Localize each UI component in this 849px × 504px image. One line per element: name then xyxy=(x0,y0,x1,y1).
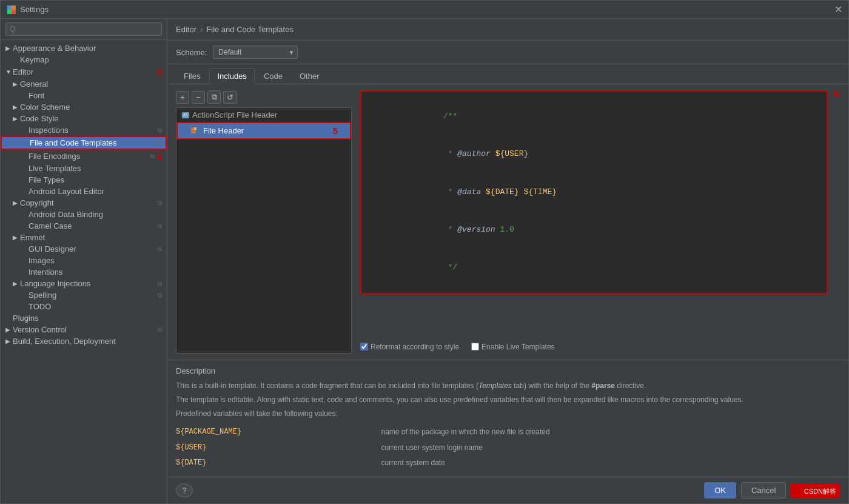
breadcrumb-current: File and Code Templates xyxy=(206,25,294,34)
tab-code[interactable]: Code xyxy=(256,68,290,84)
template-item-file-header[interactable]: File Header 5 xyxy=(176,122,351,139)
var-desc: current system date xyxy=(381,455,840,471)
sidebar-item-copyright[interactable]: ▶ Copyright ⧉ xyxy=(1,197,167,209)
sidebar-item-file-encodings[interactable]: File Encodings ⧉ 4 xyxy=(1,150,167,163)
num4-label: 4 xyxy=(157,151,162,161)
sidebar-item-label: Plugins xyxy=(13,314,162,323)
reset-template-button[interactable]: ↺ xyxy=(223,91,237,104)
window-title: Settings xyxy=(20,5,834,14)
sidebar-item-spelling[interactable]: Spelling ⧉ xyxy=(1,289,167,301)
ok-button[interactable]: OK xyxy=(704,482,736,499)
tab-files[interactable]: Files xyxy=(176,68,208,84)
table-row: ${PACKAGE_NAME} name of the package in w… xyxy=(176,425,840,440)
copy-icon: ⧉ xyxy=(158,246,162,253)
svg-text:AS: AS xyxy=(183,113,188,118)
sidebar-item-label: Copyright xyxy=(20,198,155,207)
sidebar-item-label: File Encodings xyxy=(29,152,148,161)
sidebar-item-live-templates[interactable]: Live Templates xyxy=(1,163,167,174)
scheme-select[interactable]: Default Project xyxy=(213,45,298,59)
num7-label: 7 xyxy=(794,485,799,496)
copy-template-button[interactable]: ⧉ xyxy=(207,90,221,104)
sidebar-item-color-scheme[interactable]: ▶ Color Scheme xyxy=(1,101,167,113)
title-bar: Settings ✕ xyxy=(1,1,848,19)
add-template-button[interactable]: + xyxy=(176,91,189,104)
sidebar-item-label: File and Code Templates xyxy=(30,138,154,147)
code-editor[interactable]: /** * @author ${USER} * @data ${DATE} ${… xyxy=(360,90,828,294)
table-row: ${USER} current user system login name xyxy=(176,440,840,455)
sidebar-item-camel-case[interactable]: Camel Case ⧉ xyxy=(1,220,167,232)
sidebar-item-file-types[interactable]: File Types xyxy=(1,174,167,186)
sidebar-item-plugins[interactable]: Plugins xyxy=(1,312,167,324)
description-text: This is a built-in template. It contains… xyxy=(176,380,840,471)
sidebar-item-intentions[interactable]: Intentions xyxy=(1,266,167,278)
sidebar-tree: ▶ Appearance & Behavior Keymap ▼ Editor … xyxy=(1,40,167,503)
expand-arrow: ▶ xyxy=(5,45,13,52)
reformat-checkbox[interactable] xyxy=(360,343,368,351)
expand-arrow: ▶ xyxy=(13,234,20,241)
sidebar-item-label: TODO xyxy=(29,302,162,311)
num5-label: 5 xyxy=(333,126,338,136)
table-row: ${DATE} current system date xyxy=(176,455,840,471)
breadcrumb-separator: › xyxy=(200,25,203,34)
reformat-checkbox-label[interactable]: Reformat according to style xyxy=(360,343,459,351)
cancel-button[interactable]: Cancel xyxy=(741,482,786,499)
sidebar-item-label: Keymap xyxy=(20,55,162,64)
scheme-label: Scheme: xyxy=(176,48,207,57)
scheme-select-wrapper: Default Project ▼ xyxy=(213,45,298,59)
sidebar-item-label: File Types xyxy=(29,175,162,184)
sidebar-item-todo[interactable]: TODO xyxy=(1,301,167,312)
sidebar-item-language-injections[interactable]: ▶ Language Injections ⧉ xyxy=(1,278,167,289)
copy-icon: ⧉ xyxy=(156,139,161,147)
sidebar-item-label: Images xyxy=(29,256,162,265)
help-button[interactable]: ? xyxy=(176,483,193,497)
expand-arrow: ▶ xyxy=(5,338,13,344)
sidebar-item-font[interactable]: Font xyxy=(1,90,167,101)
editor-area: /** * @author ${USER} * @data ${DATE} ${… xyxy=(360,90,840,354)
sidebar-item-label: Live Templates xyxy=(29,164,162,173)
sidebar-item-label: Version Control xyxy=(13,325,155,334)
tab-includes[interactable]: Includes xyxy=(209,68,254,84)
template-group-actionscript[interactable]: AS ActionScript File Header xyxy=(176,108,351,122)
expand-arrow: ▶ xyxy=(13,104,20,110)
code-line: * @data ${DATE} ${TIME} xyxy=(367,173,820,211)
description-title: Description xyxy=(176,366,840,375)
sidebar-item-label: Inspections xyxy=(29,126,155,135)
template-item-label: File Header xyxy=(203,126,327,135)
sidebar-item-label: Appearance & Behavior xyxy=(13,44,162,53)
sidebar-item-code-style[interactable]: ▶ Code Style xyxy=(1,113,167,124)
live-templates-checkbox-label[interactable]: Enable Live Templates xyxy=(471,343,555,351)
remove-template-button[interactable]: − xyxy=(192,91,205,104)
sidebar-item-android-layout[interactable]: Android Layout Editor xyxy=(1,186,167,197)
tab-other[interactable]: Other xyxy=(292,68,327,84)
sidebar-item-editor[interactable]: ▼ Editor 3 xyxy=(1,66,167,78)
template-group-label: ActionScript File Header xyxy=(192,110,346,119)
csdn-badge: 7 CSDN解答 xyxy=(791,483,840,498)
sidebar-item-label: Android Data Binding xyxy=(29,210,162,219)
sidebar-item-label: Language Injections xyxy=(20,279,155,288)
sidebar-item-version-control[interactable]: ▶ Version Control ⧉ xyxy=(1,324,167,335)
group-icon: AS xyxy=(181,110,190,119)
sidebar-item-file-code-templates[interactable]: File and Code Templates ⧉ xyxy=(1,136,167,150)
search-input[interactable] xyxy=(5,22,162,36)
var-desc: name of the package in which the new fil… xyxy=(381,425,840,440)
svg-rect-3 xyxy=(12,10,16,14)
sidebar-item-gui-designer[interactable]: GUI Designer ⧉ xyxy=(1,243,167,255)
app-icon xyxy=(7,5,16,15)
close-button[interactable]: ✕ xyxy=(834,4,842,15)
sidebar-item-emmet[interactable]: ▶ Emmet xyxy=(1,232,167,243)
sidebar-item-keymap[interactable]: Keymap xyxy=(1,54,167,66)
sidebar-item-build[interactable]: ▶ Build, Execution, Deployment xyxy=(1,335,167,347)
num6-label: 6 xyxy=(834,90,840,100)
sidebar-item-android-data-binding[interactable]: Android Data Binding xyxy=(1,209,167,220)
num3-label: 3 xyxy=(157,67,162,77)
right-panel: Editor › File and Code Templates Scheme:… xyxy=(167,19,848,503)
sidebar-item-inspections[interactable]: Inspections ⧉ xyxy=(1,124,167,136)
sidebar-item-general[interactable]: ▶ General xyxy=(1,78,167,90)
sidebar-item-images[interactable]: Images xyxy=(1,255,167,266)
breadcrumb: Editor › File and Code Templates xyxy=(167,19,848,41)
svg-rect-0 xyxy=(7,5,12,10)
sidebar-item-label: General xyxy=(20,79,162,89)
live-templates-checkbox[interactable] xyxy=(471,343,479,351)
sidebar-item-appearance[interactable]: ▶ Appearance & Behavior xyxy=(1,42,167,54)
var-name: ${DATE} xyxy=(176,455,381,471)
